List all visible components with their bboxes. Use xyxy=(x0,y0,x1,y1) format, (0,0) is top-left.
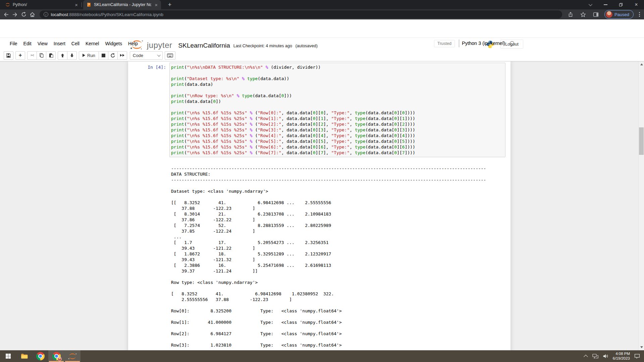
tab-separator xyxy=(82,2,82,7)
code-line[interactable]: print("\n%s %15.6f %15s %25s" % ("Row[7]… xyxy=(171,150,505,156)
tab-title: Python/ xyxy=(13,2,71,7)
code-line[interactable]: print("\nRow type: %s\n" % type(data.dat… xyxy=(171,93,505,99)
restart-kernel-button[interactable] xyxy=(108,51,118,60)
fast-forward-icon xyxy=(120,54,124,57)
chrome-icon xyxy=(36,352,45,360)
folder-icon xyxy=(21,353,28,359)
clock-date: 6/19/2023 xyxy=(613,356,630,361)
back-icon[interactable] xyxy=(2,10,11,19)
url-text[interactable]: localhost:8888/notebooks/Python/SKLearnC… xyxy=(51,12,163,17)
cell-type-select[interactable]: Code xyxy=(130,51,163,60)
copy-cells-button[interactable] xyxy=(37,51,46,60)
notifications-icon[interactable] xyxy=(634,354,640,359)
browser-tab-python[interactable]: Python/ × xyxy=(2,0,81,9)
cell-type-value: Code xyxy=(133,53,143,58)
kernel-separator xyxy=(459,40,459,47)
code-cell[interactable]: In [4]: print("\n%s\nDATA STRUCTURE:\n%s… xyxy=(133,63,505,157)
menu-widgets[interactable]: Widgets xyxy=(102,38,125,50)
play-icon xyxy=(83,54,85,57)
tray-expand-icon[interactable] xyxy=(584,355,588,359)
notebook-menubar: FileEditViewInsertCellKernelWidgetsHelp xyxy=(0,38,644,49)
code-line[interactable]: print("\n%s %15.6f %15s %25s" % ("Row[4]… xyxy=(171,133,505,138)
scrollbar-down-icon[interactable] xyxy=(640,346,643,348)
share-icon[interactable] xyxy=(566,10,575,19)
start-button[interactable] xyxy=(0,350,16,362)
sync-paused-label: Paused xyxy=(614,12,629,17)
code-line[interactable]: print("\n%s %15.6f %15s %25s" % ("Row[6]… xyxy=(171,144,505,150)
cell-output-area: ----------------------------------------… xyxy=(133,166,505,348)
taskbar-clock[interactable]: 4:08 PM 6/19/2023 xyxy=(613,352,630,361)
code-line[interactable]: print("\n%s %15.6f %15s %25s" % ("Row[1]… xyxy=(171,116,505,121)
save-button[interactable] xyxy=(4,51,13,60)
code-line[interactable]: print("\n%s %15.6f %15s %25s" % ("Row[2]… xyxy=(171,121,505,127)
command-palette-button[interactable] xyxy=(165,51,175,60)
notebook-toolbar: + ✂ Run xyxy=(0,49,644,61)
menu-edit[interactable]: Edit xyxy=(20,38,35,50)
restart-run-all-button[interactable] xyxy=(117,51,127,60)
input-prompt: In [4]: xyxy=(133,63,169,157)
code-line[interactable] xyxy=(171,87,505,93)
run-button[interactable]: Run xyxy=(79,51,99,60)
url-bar[interactable]: i localhost:8888/notebooks/Python/SKLear… xyxy=(40,10,562,18)
code-line[interactable]: print("\n%s %15.6f %15s %25s" % ("Row[0]… xyxy=(171,110,505,116)
interrupt-kernel-button[interactable] xyxy=(99,51,108,60)
browser-titlebar: Python/ × SKLearnCalifornia - Jupyter No… xyxy=(0,0,644,9)
jupyter-app-button[interactable] xyxy=(64,350,80,362)
site-info-icon[interactable]: i xyxy=(44,12,48,17)
notebook-container: In [4]: print("\n%s\nDATA STRUCTURE:\n%s… xyxy=(128,61,511,350)
side-panel-icon[interactable] xyxy=(592,10,600,19)
code-line[interactable]: print("Dataset type: %s\n" % type(data.d… xyxy=(171,76,505,81)
new-tab-button[interactable]: + xyxy=(166,1,174,9)
code-editor[interactable]: print("\n%s\nDATA STRUCTURE:\n%s\n" % (d… xyxy=(169,63,505,157)
browser-menu-icon[interactable] xyxy=(638,12,641,17)
menu-insert[interactable]: Insert xyxy=(51,38,68,50)
network-icon[interactable] xyxy=(592,354,598,359)
notebook-site: In [4]: print("\n%s\nDATA STRUCTURE:\n%s… xyxy=(0,61,644,350)
chrome-button[interactable] xyxy=(32,350,48,362)
menu-help[interactable]: Help xyxy=(125,38,141,50)
window-minimize-button[interactable] xyxy=(598,0,613,9)
jupyter-page: jupyter SKLearnCalifornia Last Checkpoin… xyxy=(0,19,644,350)
move-cell-down-button[interactable] xyxy=(67,51,77,60)
forward-icon[interactable] xyxy=(11,10,19,19)
menu-file[interactable]: File xyxy=(7,38,20,50)
code-line[interactable] xyxy=(171,104,505,110)
bookmark-star-icon[interactable] xyxy=(579,10,588,19)
menu-kernel[interactable]: Kernel xyxy=(83,38,102,50)
page-scrollbar[interactable] xyxy=(638,61,644,350)
cut-cells-button[interactable]: ✂ xyxy=(27,51,37,60)
profile-paused-badge[interactable]: Paused xyxy=(604,10,634,19)
code-line[interactable]: print("\n%s\nDATA STRUCTURE:\n%s\n" % (d… xyxy=(171,64,505,70)
profile-badge-icon xyxy=(58,357,62,361)
home-icon[interactable] xyxy=(28,10,37,19)
move-cell-up-button[interactable] xyxy=(58,51,67,60)
window-close-button[interactable]: × xyxy=(629,0,644,9)
code-line[interactable]: print(data.data) xyxy=(171,81,505,87)
window-restore-button[interactable] xyxy=(613,0,629,9)
trusted-badge[interactable]: Trusted xyxy=(434,40,455,47)
chrome-profile-button[interactable] xyxy=(48,350,64,362)
scissors-icon: ✂ xyxy=(30,53,34,58)
jupyter-favicon-icon xyxy=(5,2,10,7)
browser-navbar: i localhost:8888/notebooks/Python/SKLear… xyxy=(0,9,644,19)
file-explorer-button[interactable] xyxy=(16,350,32,362)
volume-icon[interactable] xyxy=(603,354,608,359)
code-line[interactable]: print(data.data[0]) xyxy=(171,99,505,104)
paste-cells-button[interactable] xyxy=(46,51,56,60)
menu-cell[interactable]: Cell xyxy=(68,38,83,50)
scrollbar-up-icon[interactable] xyxy=(640,63,643,65)
add-cell-button[interactable]: + xyxy=(15,51,25,60)
tab-close-icon[interactable]: × xyxy=(154,2,158,7)
code-line[interactable] xyxy=(171,70,505,76)
menu-view[interactable]: View xyxy=(35,38,51,50)
scrollbar-thumb[interactable] xyxy=(639,127,644,155)
jupyter-icon xyxy=(68,352,77,361)
tab-close-icon[interactable]: × xyxy=(74,2,78,7)
kernel-idle-icon xyxy=(510,41,514,46)
run-label: Run xyxy=(87,53,95,58)
code-line[interactable]: print("\n%s %15.6f %15s %25s" % ("Row[5]… xyxy=(171,138,505,144)
browser-tab-notebook[interactable]: SKLearnCalifornia - Jupyter Notebook × xyxy=(83,0,161,9)
reload-icon[interactable] xyxy=(19,10,28,19)
code-line[interactable]: print("\n%s %15.6f %15s %25s" % ("Row[3]… xyxy=(171,127,505,133)
tab-search-icon[interactable] xyxy=(582,0,598,9)
